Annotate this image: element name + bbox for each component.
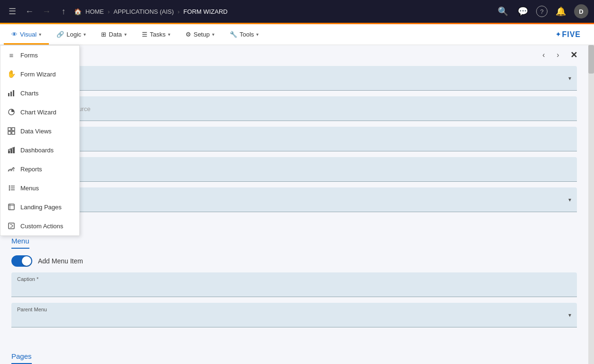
nav-label-data: Data bbox=[109, 31, 121, 38]
pages-section-title: Pages bbox=[11, 352, 32, 364]
five-logo: ✦ FIVE bbox=[556, 30, 583, 39]
data-views-label: Data Views bbox=[20, 128, 52, 135]
menu-item-charts[interactable]: Charts bbox=[0, 84, 79, 103]
action-id-input[interactable]: ActionID * bbox=[11, 157, 577, 182]
setup-icon: ⚙ bbox=[186, 31, 191, 38]
add-menu-item-label: Add Menu Item bbox=[38, 257, 83, 265]
pages-section-header: Pages bbox=[0, 345, 588, 364]
nav-label-visual: Visual bbox=[20, 31, 37, 38]
svg-rect-5 bbox=[12, 128, 15, 131]
toggle-knob bbox=[22, 256, 31, 266]
menu-item-landing-pages[interactable]: Landing Pages bbox=[0, 197, 79, 216]
form-wizard-icon: ✋ bbox=[7, 70, 16, 78]
svg-rect-9 bbox=[10, 149, 12, 153]
menu-item-menus[interactable]: Menus bbox=[0, 178, 79, 197]
menus-icon bbox=[7, 184, 16, 192]
main-data-source-select[interactable]: Main Data Source * bbox=[11, 66, 577, 91]
chevron-logic: ▾ bbox=[84, 32, 86, 37]
tools-icon: 🔧 bbox=[230, 31, 237, 38]
breadcrumb-sep1: › bbox=[108, 8, 110, 15]
menu-item-dashboards[interactable]: Dashboards bbox=[0, 140, 79, 159]
chevron-data: ▾ bbox=[124, 32, 127, 37]
bell-icon[interactable]: 🔔 bbox=[554, 5, 567, 18]
page-navigation-select[interactable]: Page Navigation * Top bbox=[11, 187, 577, 212]
svg-rect-10 bbox=[13, 148, 15, 153]
add-menu-item-row: Add Menu Item bbox=[0, 252, 588, 271]
main-data-source-placeholder-input[interactable]: Select a Main Data Source bbox=[11, 96, 577, 121]
up-button[interactable]: ↑ bbox=[57, 5, 70, 18]
nav-item-logic[interactable]: 🔗 Logic ▾ bbox=[49, 24, 93, 45]
action-id-field: ActionID * bbox=[11, 157, 577, 182]
data-views-icon bbox=[7, 127, 16, 135]
nav-item-visual[interactable]: 👁 Visual ▾ bbox=[4, 24, 49, 45]
content-area: ‹ › ✕ Main Data Source * Select a Main D… bbox=[0, 45, 588, 364]
breadcrumb: 🏠 HOME › APPLICATIONS (AIS) › FORM WIZAR… bbox=[74, 8, 228, 15]
nav-item-tasks[interactable]: ☰ Tasks ▾ bbox=[134, 24, 178, 45]
chart-wizard-icon bbox=[7, 108, 16, 116]
menu-item-form-wizard[interactable]: ✋ Form Wizard bbox=[0, 65, 79, 84]
avatar[interactable]: D bbox=[574, 4, 588, 19]
svg-rect-1 bbox=[10, 92, 12, 96]
nav-item-data[interactable]: ⊞ Data ▾ bbox=[93, 24, 134, 45]
secondary-nav: 👁 Visual ▾ 🔗 Logic ▾ ⊞ Data ▾ ☰ Tasks ▾ … bbox=[0, 24, 594, 45]
menu-item-chart-wizard[interactable]: Chart Wizard bbox=[0, 103, 79, 121]
parent-menu-label: Parent Menu bbox=[17, 307, 47, 312]
chat-icon[interactable]: 💬 bbox=[516, 5, 529, 18]
nav-item-setup[interactable]: ⚙ Setup ▾ bbox=[178, 24, 222, 45]
breadcrumb-home[interactable]: HOME bbox=[85, 8, 104, 15]
forward-button[interactable]: → bbox=[40, 5, 53, 18]
menus-label: Menus bbox=[20, 185, 39, 192]
form-wizard-label: Form Wizard bbox=[20, 71, 56, 78]
forms-label: Forms bbox=[20, 52, 38, 59]
svg-rect-21 bbox=[9, 204, 14, 210]
name-input[interactable]: Name * bbox=[11, 127, 577, 151]
svg-rect-4 bbox=[8, 128, 11, 131]
next-button[interactable]: › bbox=[551, 48, 565, 62]
chart-wizard-label: Chart Wizard bbox=[20, 109, 56, 116]
top-bar: ☰ ← → ↑ 🏠 HOME › APPLICATIONS (AIS) › FO… bbox=[0, 0, 594, 23]
breadcrumb-app[interactable]: APPLICATIONS (AIS) bbox=[113, 8, 174, 15]
menu-form-fields: Caption * Parent Menu bbox=[0, 271, 588, 345]
search-icon[interactable]: 🔍 bbox=[496, 5, 510, 18]
menu-section-header: Menu bbox=[0, 229, 588, 252]
svg-point-15 bbox=[9, 186, 10, 187]
svg-rect-24 bbox=[9, 223, 14, 229]
chevron-visual: ▾ bbox=[39, 32, 41, 37]
caption-label: Caption * bbox=[17, 276, 38, 282]
menu-item-custom-actions[interactable]: Custom Actions bbox=[0, 216, 79, 235]
tasks-icon: ☰ bbox=[142, 31, 148, 38]
landing-pages-label: Landing Pages bbox=[20, 204, 62, 211]
dashboards-label: Dashboards bbox=[20, 147, 54, 154]
dashboards-icon bbox=[7, 146, 16, 154]
charts-label: Charts bbox=[20, 90, 38, 97]
nav-label-setup: Setup bbox=[194, 31, 210, 38]
parent-menu-select[interactable]: Parent Menu bbox=[11, 303, 577, 327]
reports-icon bbox=[7, 165, 16, 173]
svg-rect-2 bbox=[13, 90, 14, 96]
add-menu-item-toggle[interactable] bbox=[11, 255, 32, 267]
custom-actions-icon bbox=[7, 222, 16, 230]
nav-label-tasks: Tasks bbox=[150, 31, 166, 38]
caption-field: Caption * bbox=[11, 272, 577, 297]
svg-point-17 bbox=[9, 189, 10, 191]
caption-input[interactable]: Caption * bbox=[11, 272, 577, 297]
forms-icon: ≡ bbox=[7, 51, 16, 59]
menu-item-forms[interactable]: ≡ Forms bbox=[0, 46, 79, 65]
eye-icon: 👁 bbox=[11, 31, 18, 38]
menu-item-data-views[interactable]: Data Views bbox=[0, 121, 79, 140]
menu-icon[interactable]: ☰ bbox=[6, 5, 19, 18]
menu-item-reports[interactable]: Reports bbox=[0, 159, 79, 178]
back-button[interactable]: ← bbox=[23, 5, 36, 18]
svg-rect-0 bbox=[8, 93, 9, 96]
nav-item-tools[interactable]: 🔧 Tools ▾ bbox=[222, 24, 266, 45]
scrollbar-thumb[interactable] bbox=[588, 45, 594, 74]
close-button[interactable]: ✕ bbox=[566, 48, 581, 62]
charts-icon bbox=[7, 89, 16, 97]
right-scrollbar[interactable] bbox=[588, 45, 594, 364]
help-icon[interactable]: ? bbox=[536, 6, 548, 17]
prev-button[interactable]: ‹ bbox=[537, 48, 550, 62]
top-bar-right: 🔍 💬 ? 🔔 D bbox=[496, 4, 588, 19]
chevron-tasks: ▾ bbox=[168, 32, 170, 37]
svg-rect-14 bbox=[13, 168, 14, 171]
menu-section-title: Menu bbox=[11, 237, 29, 249]
